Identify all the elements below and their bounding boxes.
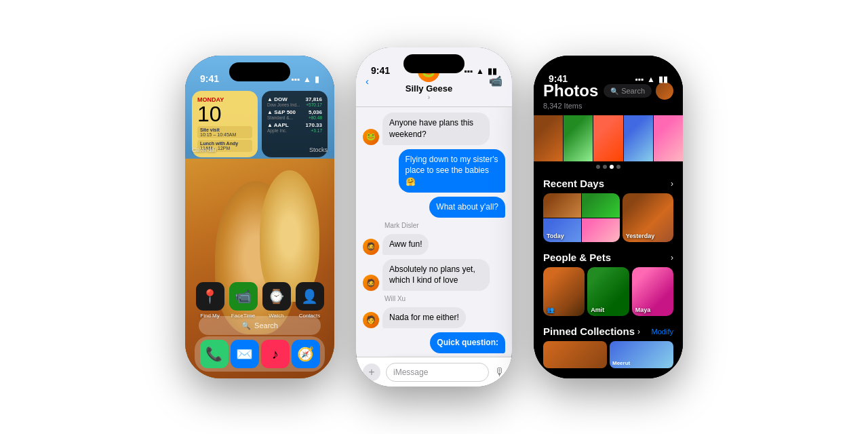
sp500-change: +80.48: [309, 115, 322, 120]
message-5: Absolutely no plans yet, which I kind of…: [382, 259, 490, 292]
message-row-2: Flying down to my sister's place to see …: [363, 149, 505, 193]
person-name-2: Amit: [591, 307, 604, 313]
music-icon: ♪: [261, 340, 290, 368]
event2-title: Lunch with Andy: [200, 141, 250, 146]
dow-desc: Dow Jones Ind...: [267, 102, 300, 107]
battery-icon: ▮: [315, 75, 319, 84]
message-row-5: 🧔 Absolutely no plans yet, which I kind …: [363, 259, 505, 292]
message-row-4: 🧔 Aww fun!: [363, 234, 505, 255]
person-block-3[interactable]: Maya: [632, 267, 673, 316]
message-row-1: 🐸 Anyone have plans this weekend?: [363, 113, 505, 145]
pinned-title: Pinned Collections: [543, 326, 635, 337]
signal-icon: ▪▪▪: [291, 75, 300, 84]
app-contacts[interactable]: 👤 Contacts: [296, 282, 324, 319]
search-bar[interactable]: 🔍 Search: [199, 316, 321, 335]
dynamic-island: [229, 62, 290, 81]
messages-scroll[interactable]: 🐸 Anyone have plans this weekend? Flying…: [356, 107, 512, 357]
avatar-3: 🧔: [363, 275, 379, 291]
battery-icon-2: ▮▮: [488, 66, 497, 76]
people-pets-chevron[interactable]: ›: [671, 253, 673, 262]
calendar-date: 10: [197, 103, 252, 125]
contacts-icon: 👤: [296, 282, 324, 311]
today-block[interactable]: Today: [543, 193, 620, 242]
search-icon: 🔍: [241, 321, 251, 330]
stocks-label: Stocks: [309, 146, 328, 153]
facetime-icon: 📹: [229, 282, 258, 311]
battery-icon-3: ▮▮: [658, 75, 668, 84]
message-3: What about y'all?: [429, 197, 505, 218]
sp500-desc: Standard &...: [267, 115, 296, 120]
pinned-header: Pinned Collections › Modify: [543, 326, 673, 337]
message-row-3: What about y'all?: [363, 197, 505, 218]
today-label: Today: [547, 233, 564, 239]
calendar-event1: Site visit 10:15 – 10:45AM: [197, 126, 252, 138]
dock-mail[interactable]: ✉️: [231, 340, 259, 368]
grid-thumb-1: [534, 115, 563, 161]
page-dots: [534, 161, 683, 172]
photos-grid-strip: [534, 115, 683, 161]
chat-title: Silly Geese: [406, 83, 452, 94]
today-photo-2: [582, 193, 620, 218]
message-2: Flying down to my sister's place to see …: [399, 149, 506, 193]
today-photo-1: [543, 193, 581, 218]
person-name-1: 👥: [547, 307, 554, 313]
dot-1: [596, 165, 600, 169]
aapl-change: +3.17: [306, 128, 322, 133]
recent-days-header: Recent Days ›: [543, 178, 673, 189]
message-input[interactable]: iMessage: [386, 363, 489, 382]
dock-music[interactable]: ♪: [261, 340, 290, 368]
status-time-3: 9:41: [549, 73, 568, 84]
dow-change: +570.17: [306, 102, 322, 107]
photos-content: Recent Days › Today: [534, 115, 683, 378]
grid-thumb-4: [624, 115, 653, 161]
pinned-chevron[interactable]: ›: [637, 327, 640, 336]
message-4: Aww fun!: [382, 234, 429, 255]
yesterday-label: Yesterday: [626, 233, 655, 239]
phone-photos: 9:41 ▪▪▪ ▲ ▮▮ Photos 🔍 Search 8,342 Item…: [534, 56, 683, 378]
message-row-7: Quick question:: [363, 332, 505, 353]
dow-price: 37,816: [306, 96, 322, 102]
avatar-1: 🐸: [363, 129, 379, 145]
phone-icon: 📞: [200, 340, 229, 368]
microphone-button[interactable]: 🎙: [494, 366, 505, 378]
modify-button[interactable]: Modify: [652, 328, 673, 336]
person-block-2[interactable]: Amit: [587, 267, 629, 316]
people-pets-header: People & Pets ›: [543, 252, 673, 263]
status-time-2: 9:41: [371, 65, 390, 76]
app-findmy[interactable]: 📍 Find My: [196, 282, 224, 319]
dot-3-active: [610, 165, 614, 169]
people-pets-section: People & Pets › 👥 Amit Maya: [534, 246, 683, 320]
avatar-4: 🧑: [363, 312, 379, 328]
wifi-icon: ▲: [303, 75, 311, 84]
person-block-1[interactable]: 👥: [543, 267, 585, 316]
messages-screen: 9:41 ▪▪▪ ▲ ▮▮ ‹ 🐸 Silly Geese › 📹 🐸: [356, 47, 512, 387]
stock-aapl: ▲ AAPL Apple Inc. 170.33 +3.17: [267, 122, 322, 133]
event1-title: Site visit: [200, 127, 250, 132]
yesterday-block[interactable]: Yesterday: [623, 193, 673, 242]
pinned-collections-section: Pinned Collections › Modify Meerut: [534, 320, 683, 372]
people-pets-title: People & Pets: [543, 252, 611, 263]
message-6: Nada for me either!: [382, 307, 466, 328]
today-photo-4: [582, 218, 620, 243]
dock-phone[interactable]: 📞: [200, 340, 229, 368]
grid-thumb-5: [654, 115, 683, 161]
message-1: Anyone have plans this weekend?: [382, 113, 490, 145]
sp500-ticker: ▲ S&P 500: [267, 109, 296, 115]
messages-input-bar: + iMessage 🎙: [356, 357, 512, 387]
message-7: Quick question:: [430, 332, 505, 353]
pinned-thumb-1[interactable]: [543, 341, 607, 368]
pinned-thumb-2[interactable]: Meerut: [610, 341, 673, 368]
avatar-2: 🧔: [363, 239, 379, 255]
stock-sp500: ▲ S&P 500 Standard &... 5,036 +80.48: [267, 109, 322, 120]
app-facetime[interactable]: 📹 FaceTime: [229, 282, 258, 319]
phone-home: 9:41 ▪▪▪ ▲ ▮ Monday 10 Site visit 10:15 …: [185, 56, 334, 378]
wifi-icon-3: ▲: [647, 75, 655, 84]
recent-days-chevron[interactable]: ›: [671, 179, 673, 189]
dock-safari[interactable]: 🧭: [292, 340, 320, 368]
phone-messages: 9:41 ▪▪▪ ▲ ▮▮ ‹ 🐸 Silly Geese › 📹 🐸: [356, 47, 512, 387]
input-plus-button[interactable]: +: [363, 363, 380, 381]
status-icons-3: ▪▪▪ ▲ ▮▮: [635, 75, 668, 84]
sp500-price: 5,036: [309, 109, 322, 115]
status-icons: ▪▪▪ ▲ ▮: [291, 75, 319, 84]
app-watch[interactable]: ⌚ Watch: [262, 282, 291, 319]
